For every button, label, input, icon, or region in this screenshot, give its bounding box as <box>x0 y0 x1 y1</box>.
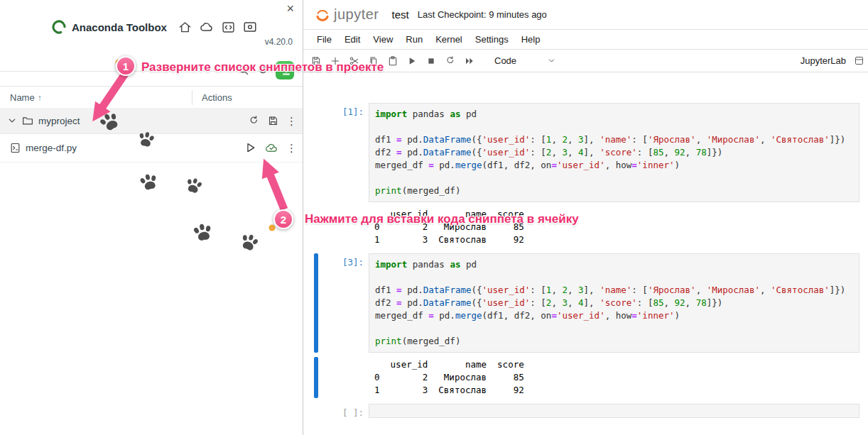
anaconda-toolbox-panel: × Anaconda Toolbox v4.20.0 <box>0 0 303 435</box>
cell-output: user_id name score 0 2 Мирослав 85 1 3 С… <box>369 357 859 398</box>
paw-print-icon <box>136 129 158 151</box>
add-cell-icon[interactable] <box>330 55 341 67</box>
execution-prompt: [ ]: <box>318 404 369 418</box>
paw-print-icon <box>237 230 262 255</box>
snippet-menu-icon[interactable]: ⋮ <box>286 143 297 153</box>
cut-icon[interactable] <box>349 55 360 67</box>
console-icon[interactable] <box>242 19 258 35</box>
cloud-icon[interactable] <box>199 19 215 35</box>
jupyterlab-icon <box>854 55 864 66</box>
paw-print-icon <box>137 170 161 194</box>
chevron-down-icon[interactable] <box>6 114 18 127</box>
kernel-label: JupyterLab <box>801 55 846 66</box>
paste-icon[interactable] <box>387 55 398 67</box>
close-icon[interactable]: × <box>283 0 297 18</box>
project-menu-icon[interactable]: ⋮ <box>286 116 297 126</box>
save-icon[interactable] <box>310 55 322 67</box>
notebook-header: jupyter test Last Checkpoint: 9 minutes … <box>303 0 868 30</box>
search-icon[interactable] <box>237 64 251 77</box>
execution-prompt: [3]: <box>318 253 369 353</box>
cell-type-dropdown[interactable]: Code <box>494 55 557 66</box>
menu-help[interactable]: Help <box>515 32 547 47</box>
copy-icon[interactable] <box>368 55 379 67</box>
sort-asc-icon[interactable]: ↑ <box>38 93 42 103</box>
restart-run-all-icon[interactable] <box>464 55 475 67</box>
toolbox-header: Anaconda Toolbox <box>51 19 258 35</box>
project-name: myproject <box>38 116 80 126</box>
project-row[interactable]: myproject ⋮ <box>0 108 303 134</box>
snippets-table-header: Name ↑ Actions <box>0 86 303 109</box>
checkpoint-label: Last Checkpoint: 9 minutes ago <box>418 9 547 20</box>
jupyter-notebook-panel: jupyter test Last Checkpoint: 9 minutes … <box>303 0 868 435</box>
run-cell-icon[interactable] <box>406 55 418 67</box>
save-project-icon[interactable] <box>267 115 279 127</box>
notebook-title[interactable]: test <box>392 9 409 21</box>
anaconda-logo-icon <box>51 19 67 35</box>
interrupt-kernel-icon[interactable] <box>425 55 437 67</box>
menu-edit[interactable]: Edit <box>338 32 367 47</box>
column-name-label[interactable]: Name <box>10 92 35 103</box>
code-cell: [3]: import pandas as pd df1 = pd.DataFr… <box>303 253 868 398</box>
import-snippet-button[interactable] <box>276 61 294 79</box>
column-divider <box>192 90 192 105</box>
toolbox-title: Anaconda Toolbox <box>72 21 167 33</box>
jupyter-logo-icon <box>315 7 330 23</box>
divider <box>0 71 303 72</box>
cloud-synced-icon[interactable] <box>264 141 279 155</box>
menu-kernel[interactable]: Kernel <box>429 32 469 47</box>
sync-project-icon[interactable] <box>248 115 260 127</box>
notebook-cells: [1]: import pandas as pd df1 = pd.DataFr… <box>303 71 868 435</box>
menu-settings[interactable]: Settings <box>469 32 515 47</box>
notebook-toolbar: Code JupyterLab <box>303 50 868 72</box>
execution-prompt: [1]: <box>318 103 369 202</box>
code-cell: [1]: import pandas as pd df1 = pd.DataFr… <box>303 103 868 248</box>
cell-editor[interactable]: import pandas as pd df1 = pd.DataFrame({… <box>369 253 859 353</box>
snippet-name: merge-df.py <box>26 143 77 153</box>
column-actions-label: Actions <box>202 92 232 103</box>
version-label: v4.20.0 <box>265 37 293 47</box>
menu-view[interactable]: View <box>367 32 399 47</box>
download-arrow-icon <box>280 64 290 77</box>
paw-print-icon <box>191 221 216 246</box>
menu-run[interactable]: Run <box>399 32 429 47</box>
insert-snippet-play-icon[interactable] <box>244 141 257 155</box>
folder-icon <box>21 114 34 127</box>
empty-code-cell: [ ]: <box>303 404 868 418</box>
cell-output: user_id name score 0 2 Мирослав 85 1 3 С… <box>369 207 859 248</box>
cell-editor[interactable]: import pandas as pd df1 = pd.DataFrame({… <box>369 103 859 202</box>
refresh-icon[interactable] <box>256 64 270 77</box>
restart-kernel-icon[interactable] <box>445 55 456 67</box>
code-file-icon <box>9 142 21 154</box>
cell-type-value: Code <box>494 55 516 66</box>
home-icon[interactable] <box>178 20 192 35</box>
screen: × Anaconda Toolbox v4.20.0 <box>0 0 868 435</box>
jupyter-wordmark: jupyter <box>334 6 379 23</box>
chevron-down-icon <box>546 55 557 66</box>
snippets-icon[interactable] <box>221 20 236 35</box>
snippets-toolbar <box>237 61 294 79</box>
cell-editor[interactable] <box>369 404 859 418</box>
menu-file[interactable]: File <box>310 32 338 47</box>
paw-print-icon <box>183 175 205 197</box>
menu-bar: File Edit View Run Kernel Settings Help <box>303 30 868 50</box>
